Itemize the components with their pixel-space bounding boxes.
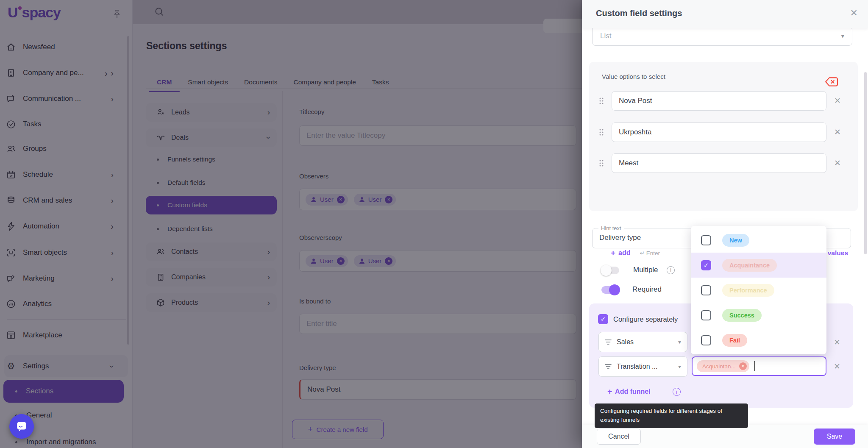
dropdown-option-acquaintance[interactable]: ✓ Acquaintance bbox=[691, 253, 826, 278]
caret-down-icon: ▾ bbox=[678, 339, 681, 345]
checkbox-icon[interactable] bbox=[701, 335, 711, 345]
drag-handle-icon[interactable] bbox=[599, 129, 604, 136]
add-value-button[interactable]: + add bbox=[611, 248, 631, 258]
required-toggle[interactable] bbox=[601, 286, 619, 294]
multiple-toggle[interactable] bbox=[601, 267, 619, 274]
chat-bubble-icon bbox=[15, 420, 28, 433]
toggle-knob bbox=[609, 284, 620, 295]
info-icon[interactable]: i bbox=[667, 266, 675, 274]
add-funnel-button[interactable]: + Add funnel bbox=[607, 387, 651, 396]
chat-widget-button[interactable] bbox=[9, 414, 34, 439]
drag-handle-icon[interactable] bbox=[599, 97, 604, 104]
funnel-select-translation[interactable]: Translation ... ▾ bbox=[598, 356, 687, 377]
funnel-select-sales[interactable]: Sales ▾ bbox=[598, 332, 687, 352]
dropdown-option-fail[interactable]: Fail bbox=[691, 328, 826, 353]
field-type-select[interactable]: List ▾ bbox=[592, 26, 852, 46]
value-option-input[interactable] bbox=[612, 153, 826, 173]
value-options-label: Value options to select bbox=[602, 73, 665, 80]
enter-icon: ↵ bbox=[640, 250, 645, 256]
remove-option-icon[interactable]: ✕ bbox=[833, 96, 842, 106]
value-option-input[interactable] bbox=[612, 91, 826, 111]
hint-text-label: Hint text bbox=[598, 225, 624, 231]
dropdown-option-new[interactable]: New bbox=[691, 228, 826, 253]
remove-chip-icon[interactable]: × bbox=[739, 362, 747, 370]
caret-down-icon: ▾ bbox=[678, 364, 681, 370]
remove-funnel-icon[interactable]: ✕ bbox=[833, 362, 841, 371]
stage-chip[interactable]: Acquaintan... × bbox=[697, 360, 749, 372]
remove-funnel-icon[interactable]: ✕ bbox=[833, 337, 841, 347]
value-option-input[interactable] bbox=[612, 122, 826, 142]
caret-down-icon: ▾ bbox=[841, 32, 844, 40]
required-label: Required bbox=[632, 285, 662, 294]
cancel-button[interactable]: Cancel bbox=[597, 429, 641, 445]
custom-field-settings-modal: Custom field settings ✕ List ▾ Value opt… bbox=[582, 0, 868, 448]
drag-handle-icon[interactable] bbox=[599, 160, 604, 167]
multiple-label: Multiple bbox=[633, 266, 658, 274]
modal-footer: Cancel Save bbox=[582, 425, 868, 448]
funnel-icon bbox=[605, 364, 612, 370]
toggle-knob bbox=[601, 265, 612, 276]
plus-icon: + bbox=[611, 248, 615, 258]
modal-title: Custom field settings bbox=[596, 8, 682, 18]
remove-option-icon[interactable]: ✕ bbox=[833, 127, 842, 137]
modal-backdrop[interactable] bbox=[0, 0, 582, 448]
funnel-icon bbox=[605, 339, 612, 345]
value-options-card: Value options to select ✕ ✕ ✕ + add ↵ En… bbox=[589, 62, 858, 211]
checkbox-icon[interactable] bbox=[701, 235, 711, 245]
modal-header: Custom field settings ✕ bbox=[582, 0, 868, 28]
delete-all-values-icon[interactable] bbox=[825, 76, 838, 87]
add-funnel-tooltip: Configuring required fields for differen… bbox=[595, 403, 748, 428]
dropdown-option-success[interactable]: Success bbox=[691, 303, 826, 328]
configure-separately-checkbox[interactable]: ✓ bbox=[598, 314, 608, 324]
modal-scrollbar[interactable] bbox=[864, 72, 867, 254]
hint-text-value: Delivery type bbox=[599, 234, 641, 242]
remove-option-icon[interactable]: ✕ bbox=[833, 158, 842, 168]
stage-values-input[interactable]: Acquaintan... × bbox=[692, 356, 826, 376]
text-cursor bbox=[754, 361, 755, 371]
checkbox-icon[interactable] bbox=[701, 310, 711, 320]
checkbox-icon[interactable] bbox=[701, 285, 711, 295]
configure-separately-label: Configure separately bbox=[613, 315, 678, 323]
close-icon[interactable]: ✕ bbox=[850, 8, 858, 19]
checkbox-checked-icon[interactable]: ✓ bbox=[701, 260, 711, 270]
plus-icon: + bbox=[607, 387, 612, 396]
enter-key-hint: ↵ Enter bbox=[640, 250, 660, 256]
save-button[interactable]: Save bbox=[814, 429, 855, 445]
stage-dropdown: New ✓ Acquaintance Performance Success F… bbox=[691, 226, 826, 354]
dropdown-option-performance[interactable]: Performance bbox=[691, 278, 826, 303]
info-icon[interactable]: i bbox=[673, 388, 681, 396]
